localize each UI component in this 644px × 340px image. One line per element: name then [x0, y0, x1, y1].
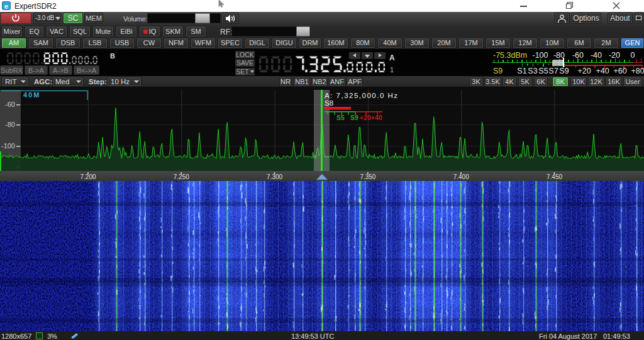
svg-text:+20: +20	[577, 67, 591, 75]
svg-text:-20: -20	[609, 51, 620, 60]
svg-text:S1: S1	[517, 67, 526, 75]
svg-text:7.350: 7.350	[360, 173, 375, 180]
svg-text:e: e	[4, 3, 8, 10]
svg-text:40M: 40M	[23, 91, 40, 99]
svg-text:7.400: 7.400	[453, 173, 469, 180]
svg-text:-100: -100	[1, 142, 15, 150]
svg-text:7.200: 7.200	[80, 173, 96, 180]
svg-text:+40: +40	[596, 67, 609, 75]
svg-text:-60: -60	[5, 101, 15, 108]
svg-text:S5: S5	[336, 114, 345, 121]
svg-text:0: 0	[631, 51, 635, 60]
svg-text:-75.3dBm: -75.3dBm	[493, 51, 527, 60]
svg-text:S9: S9	[493, 67, 502, 75]
svg-text:S3: S3	[528, 67, 537, 75]
svg-text:S7: S7	[548, 67, 558, 75]
svg-text:7.250: 7.250	[174, 173, 189, 180]
svg-text:7.300: 7.300	[267, 173, 282, 180]
svg-text:7.450: 7.450	[547, 173, 562, 180]
svg-text:A: 7,325,000.0 Hz: A: 7,325,000.0 Hz	[325, 92, 399, 99]
svg-text:S8: S8	[325, 99, 333, 107]
svg-text:S9: S9	[559, 67, 569, 75]
svg-text:+60: +60	[613, 67, 626, 75]
svg-text:+80: +80	[631, 67, 644, 75]
svg-text:S5: S5	[538, 67, 548, 75]
svg-text:-80: -80	[5, 121, 15, 128]
svg-text:S9: S9	[350, 114, 358, 121]
svg-text:+20+40: +20+40	[360, 114, 382, 121]
